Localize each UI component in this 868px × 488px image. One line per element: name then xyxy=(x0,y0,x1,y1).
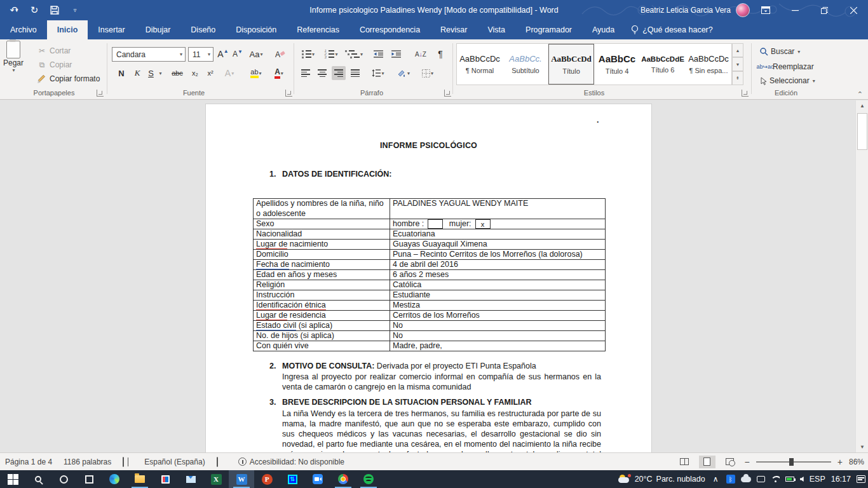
print-layout-icon[interactable] xyxy=(699,456,715,468)
subscript-button[interactable]: x₂ xyxy=(188,66,202,80)
page-indicator[interactable]: Página 1 de 4 xyxy=(5,458,52,466)
table-label-cell[interactable]: No. de hijos (si aplica) xyxy=(254,331,390,341)
table-label-cell[interactable]: Lugar de residencia xyxy=(254,311,390,320)
table-row[interactable]: No. de hijos (si aplica)No xyxy=(254,331,605,341)
find-button[interactable]: Buscar▾ xyxy=(760,47,800,56)
taskbar-excel-icon[interactable]: X xyxy=(203,470,229,488)
wifi-icon[interactable] xyxy=(771,476,780,482)
taskbar-arrows-icon[interactable]: ⇅ xyxy=(280,470,305,488)
table-label-cell[interactable]: Instrucción xyxy=(254,290,390,300)
cast-icon[interactable] xyxy=(757,476,765,482)
table-label-cell[interactable]: Religión xyxy=(254,280,390,290)
increase-indent-button[interactable] xyxy=(389,47,403,61)
style-normal[interactable]: AaBbCcDc¶ Normal xyxy=(457,44,503,85)
clipboard-dialog-launcher-icon[interactable] xyxy=(97,90,104,97)
notification-center-icon[interactable] xyxy=(857,475,865,483)
minimize-icon[interactable] xyxy=(780,0,810,20)
font-family-select[interactable]: Candara▾ xyxy=(112,47,186,62)
table-value-cell[interactable]: 6 años 2 meses xyxy=(390,270,605,280)
underline-caret-icon[interactable]: ▾ xyxy=(156,66,164,80)
taskbar-store-icon[interactable] xyxy=(153,470,178,488)
ribbon-display-options-icon[interactable] xyxy=(751,0,780,20)
table-value-cell[interactable]: Católica xyxy=(390,280,605,290)
shrink-font-button[interactable]: A▼ xyxy=(231,47,245,61)
section1-heading[interactable]: DATOS DE IDENTIFICACIÓN: xyxy=(282,170,391,179)
style-título4[interactable]: AaBbCcTítulo 4 xyxy=(594,44,640,85)
style-sinespa[interactable]: AaBbCcDc¶ Sin espa... xyxy=(686,44,731,85)
highlight-color-button[interactable]: ab▾ xyxy=(247,66,266,80)
style-título6[interactable]: AaBbCcDdETítulo 6 xyxy=(640,44,686,85)
style-subtítulo[interactable]: AaBbCc.Subtítulo xyxy=(503,44,548,85)
taskbar-cortana-icon[interactable] xyxy=(51,470,76,488)
section3-body[interactable]: La niña Wendy es la tercera de tres herm… xyxy=(282,409,601,452)
tab-referencias[interactable]: Referencias xyxy=(287,20,349,39)
identification-table[interactable]: Apellidos y nombres de la niña, niño o a… xyxy=(253,198,606,351)
table-row[interactable]: Sexohombre : mujer:x xyxy=(254,219,605,229)
table-row[interactable]: DomicilioPuna – Recinto Cerritos de los … xyxy=(254,250,605,260)
table-value-cell[interactable]: Ecuatoriana xyxy=(390,229,605,239)
hombre-checkbox[interactable] xyxy=(428,219,443,229)
table-label-cell[interactable]: Con quién vive xyxy=(254,341,390,351)
table-row[interactable]: ReligiónCatólica xyxy=(254,280,605,290)
tab-dibujar[interactable]: Dibujar xyxy=(135,20,181,39)
sort-button[interactable]: A↓Z xyxy=(412,47,430,61)
collapse-ribbon-icon[interactable]: ⌃ xyxy=(857,90,863,98)
table-value-cell[interactable]: Mestiza xyxy=(390,301,605,310)
table-label-cell[interactable]: Nacionalidad xyxy=(254,229,390,239)
proofing-icon[interactable] xyxy=(123,458,133,466)
taskbar-word-icon[interactable]: W xyxy=(229,470,254,488)
cut-button[interactable]: ✂ Cortar xyxy=(37,46,71,56)
section3-heading[interactable]: BREVE DESCRIPCION DE LA SITUACION PERSON… xyxy=(282,398,532,407)
show-marks-button[interactable]: ¶ xyxy=(433,47,447,61)
volume-icon[interactable] xyxy=(800,477,804,482)
underline-button[interactable]: S xyxy=(146,66,156,80)
taskbar-spotify-icon[interactable] xyxy=(356,470,381,488)
accessibility-status[interactable]: Accesibilidad: No disponible xyxy=(238,458,344,466)
table-value-cell[interactable]: Madre, padre, xyxy=(390,341,605,351)
zoom-level[interactable]: 86% xyxy=(849,458,864,466)
table-row[interactable]: Lugar de residenciaCerritos de los Morre… xyxy=(254,311,605,321)
change-case-button[interactable]: Aa▾ xyxy=(247,47,266,61)
table-value-cell[interactable]: hombre : mujer:x xyxy=(390,219,605,229)
superscript-button[interactable]: x² xyxy=(203,66,217,80)
tab-revisar[interactable]: Revisar xyxy=(430,20,477,39)
account-area[interactable]: Beatriz Leticia Garcia Vera xyxy=(641,0,750,20)
table-row[interactable]: InstrucciónEstudiante xyxy=(254,290,605,301)
bluetooth-icon[interactable]: ᛒ xyxy=(726,475,735,484)
word-count[interactable]: 1186 palabras xyxy=(64,458,111,466)
language-indicator[interactable]: Español (España) xyxy=(144,458,205,466)
zoom-in-icon[interactable]: + xyxy=(837,457,843,467)
font-dialog-launcher-icon[interactable] xyxy=(285,90,292,97)
web-layout-icon[interactable] xyxy=(722,456,738,468)
document-title[interactable]: INFORME PSICOLÓGICO xyxy=(206,141,651,150)
format-painter-button[interactable]: Copiar formato xyxy=(37,74,100,84)
select-button[interactable]: Seleccionar▾ xyxy=(760,76,815,85)
table-value-cell[interactable]: Estudiante xyxy=(390,290,605,300)
table-value-cell[interactable]: Puna – Recinto Cerritos de los Morreños … xyxy=(390,250,605,259)
text-effects-button[interactable]: A▾ xyxy=(222,66,236,80)
line-spacing-button[interactable]: ▾ xyxy=(369,66,388,80)
styles-scroll-up-icon[interactable]: ▲ xyxy=(732,43,743,57)
table-row[interactable]: Fecha de nacimiento4 de abril del 2016 xyxy=(254,260,605,270)
copy-button[interactable]: ⧉ Copiar xyxy=(37,60,72,70)
align-center-button[interactable] xyxy=(315,66,329,80)
table-label-cell[interactable]: Edad en años y meses xyxy=(254,270,390,280)
macro-recording-icon[interactable] xyxy=(217,458,227,466)
chevron-up-icon[interactable]: ∧ xyxy=(711,474,721,484)
read-mode-icon[interactable] xyxy=(676,456,693,468)
strikethrough-button[interactable]: abc xyxy=(169,66,186,80)
font-color-button[interactable]: A▾ xyxy=(270,66,288,80)
tab-archivo[interactable]: Archivo xyxy=(0,20,47,39)
font-size-select[interactable]: 11▾ xyxy=(188,47,214,62)
taskbar-start-icon[interactable] xyxy=(0,470,25,488)
taskbar-taskview-icon[interactable] xyxy=(76,470,102,488)
onedrive-cloud-icon[interactable] xyxy=(741,477,751,482)
paragraph-dialog-launcher-icon[interactable] xyxy=(444,90,451,97)
table-value-cell[interactable]: Cerritos de los Morreños xyxy=(390,311,605,320)
tab-insertar[interactable]: Insertar xyxy=(88,20,135,39)
taskbar-folder-icon[interactable] xyxy=(127,470,153,488)
clear-formatting-button[interactable]: A xyxy=(273,47,287,61)
table-value-cell[interactable]: PALADINES YAGUAL WENDY MAITE xyxy=(390,199,605,219)
tab-vista[interactable]: Vista xyxy=(477,20,515,39)
replace-button[interactable]: ab↪ac Reemplazar xyxy=(760,62,814,72)
